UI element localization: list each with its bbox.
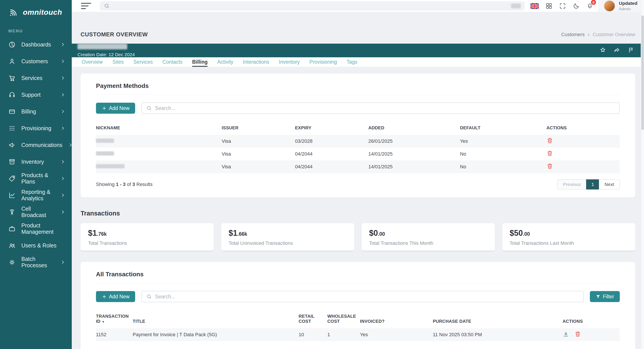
filter-button[interactable]: Filter [590, 291, 620, 302]
sidebar-item-batch-processes[interactable]: Batch Processes [0, 254, 72, 270]
cell-expiry: 04/2044 [295, 160, 368, 173]
tab-interactions[interactable]: Interactions [243, 57, 269, 67]
banner-actions [600, 47, 634, 54]
sort-desc-icon[interactable]: ▼ [102, 320, 105, 323]
sidebar-item-products-plans[interactable]: Products & Plans [0, 170, 72, 187]
sidebar-item-cell-broadcast[interactable]: Cell Broadcast [0, 204, 72, 220]
tab-inventory[interactable]: Inventory [279, 57, 300, 67]
tab-activity[interactable]: Activity [217, 57, 233, 67]
pagination-next-button[interactable]: Next [599, 179, 620, 189]
sidebar-item-label: Inventory [21, 159, 44, 165]
sidebar-item-product-management[interactable]: Product Management [0, 220, 72, 237]
star-favorite-icon[interactable] [600, 47, 606, 54]
dashboard-icon [8, 41, 16, 48]
col-purchase-date: PURCHASE DATE [433, 309, 562, 328]
tab-contacts[interactable]: Contacts [162, 57, 182, 67]
page-title: CUSTOMER OVERVIEW [80, 31, 148, 38]
sidebar-item-support[interactable]: Support [0, 86, 72, 103]
chart-line-icon [8, 192, 16, 199]
delete-transaction-button[interactable] [574, 331, 581, 337]
search-icon [104, 3, 110, 9]
trash-icon [574, 331, 581, 337]
chevron-right-icon [60, 75, 66, 81]
scrollbar[interactable] [641, 0, 644, 349]
header-icon-row: 0 [530, 3, 594, 10]
language-flag-icon[interactable] [530, 3, 539, 9]
tab-overview[interactable]: Overview [82, 57, 103, 67]
chevron-right-icon [60, 259, 66, 265]
pagination-previous-button[interactable]: Previous [557, 179, 586, 189]
stat-label: Total Transactions Last Month [510, 240, 628, 246]
stat-last-month: $50.00 Total Transactions Last Month [502, 223, 636, 251]
add-payment-method-button[interactable]: Add New [96, 103, 135, 114]
delete-payment-method-button[interactable] [546, 150, 553, 157]
payment-methods-search[interactable] [141, 103, 620, 114]
credit-card-icon [8, 108, 16, 115]
sidebar-item-reporting-analytics[interactable]: Reporting & Analytics [0, 187, 72, 204]
chevron-right-icon [60, 42, 66, 47]
sidebar-item-customers[interactable]: Customers [0, 53, 72, 70]
payment-methods-title: Payment Methods [96, 82, 620, 95]
download-transaction-button[interactable] [562, 331, 569, 337]
scrollbar-thumb[interactable] [641, 16, 644, 130]
cell-wholesale-cost: 1 [327, 328, 360, 341]
transactions-section-title: Transactions [80, 210, 635, 217]
notification-badge: 0 [591, 0, 596, 5]
all-transactions-search-input[interactable] [155, 294, 579, 300]
cell-issuer: Visa [222, 148, 295, 160]
all-transactions-search[interactable] [141, 291, 584, 302]
cell-purchase-date: 11 Nov 2025 03:50 PM [433, 328, 562, 341]
sidebar-item-inventory[interactable]: Inventory [0, 153, 72, 170]
tab-services[interactable]: Services [134, 57, 153, 67]
global-search[interactable] [100, 1, 525, 11]
share-forward-icon[interactable] [614, 47, 620, 54]
sidebar-toggle-button[interactable] [81, 3, 91, 9]
results-summary: Showing 1 - 3 of 3 Results [96, 182, 152, 187]
fullscreen-icon[interactable] [559, 3, 566, 10]
add-transaction-button[interactable]: Add New [96, 291, 135, 302]
col-actions: ACTIONS [546, 121, 620, 135]
pagination-page-1[interactable]: 1 [586, 179, 599, 189]
omnitouch-arcs-icon [8, 6, 20, 19]
table-header-row: NICKNAME ISSUER EXPIRY ADDED DEFAULT ACT… [96, 121, 620, 135]
delete-payment-method-button[interactable] [546, 163, 553, 169]
page-head: CUSTOMER OVERVIEW Customers › Customer O… [80, 31, 635, 38]
col-nickname: NICKNAME [96, 121, 222, 135]
funnel-icon [596, 294, 601, 299]
payment-methods-search-input[interactable] [155, 105, 615, 111]
tab-billing[interactable]: Billing [192, 57, 208, 67]
briefcase-icon [8, 225, 16, 232]
chevron-right-icon [60, 159, 66, 164]
sidebar-item-users-roles[interactable]: Users & Roles [0, 237, 72, 254]
megaphone-icon [8, 141, 16, 149]
sidebar-item-label: Communications [21, 142, 62, 148]
brand-logo[interactable]: omnitouch [0, 0, 72, 21]
gear-icon [8, 259, 16, 266]
user-menu[interactable]: Updated Admin [598, 0, 644, 12]
sidebar-item-provisioning[interactable]: Provisioning [0, 120, 72, 137]
filter-button-label: Filter [603, 294, 614, 300]
tab-sites[interactable]: Sites [112, 57, 124, 67]
cell-invoiced: Yes [360, 328, 433, 341]
dark-mode-moon-icon[interactable] [573, 3, 580, 10]
customer-banner: Creation Date: 12 Dec 2024 [72, 44, 644, 57]
tab-tags[interactable]: Tags [347, 57, 358, 67]
avatar [604, 0, 616, 12]
user-role: Admin [619, 7, 638, 12]
apps-grid-icon[interactable] [546, 3, 552, 10]
chevron-right-icon [60, 126, 66, 131]
add-button-label: Add New [109, 294, 130, 300]
sidebar-item-billing[interactable]: Billing [0, 103, 72, 120]
breadcrumb-customers-link[interactable]: Customers [561, 32, 584, 38]
broadcast-antenna-icon [8, 208, 16, 216]
sidebar-item-dashboards[interactable]: Dashboards [0, 36, 72, 53]
col-expiry: EXPIRY [295, 121, 368, 135]
flag-icon[interactable] [628, 47, 634, 54]
delete-payment-method-button[interactable] [546, 137, 553, 144]
sidebar-item-services[interactable]: Services [0, 70, 72, 86]
tab-provisioning[interactable]: Provisioning [310, 57, 337, 67]
sidebar-item-communications[interactable]: Communications [0, 137, 72, 153]
tag-icon [8, 175, 16, 182]
redacted-nickname [96, 139, 114, 143]
notifications-bell-icon[interactable]: 0 [586, 3, 594, 10]
